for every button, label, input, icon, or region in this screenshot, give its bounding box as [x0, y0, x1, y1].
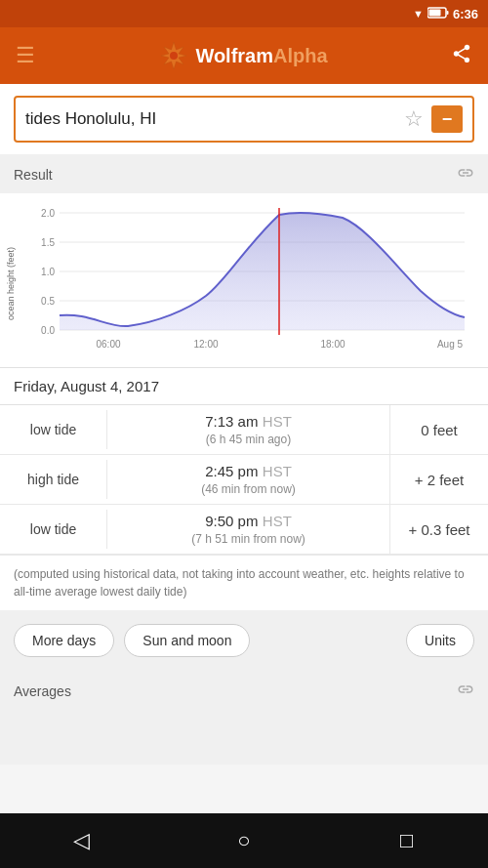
svg-text:Aug 5: Aug 5	[437, 339, 464, 350]
tide-time-sub-3: (7 h 51 min from now)	[121, 532, 376, 546]
back-button[interactable]: ◁	[52, 821, 110, 860]
tide-chart: ocean height (feet) 2.0 1.5 1.0 0.5 0.0	[0, 193, 488, 367]
result-title: Result	[14, 167, 53, 183]
app-name-wolfram: Wolfram	[195, 45, 273, 66]
content-area: Result ocean height (feet) 2.0 1	[0, 154, 488, 765]
tide-time-1: 7:13 am HST (6 h 45 min ago)	[107, 405, 390, 454]
tide-time-sub-2: (46 min from now)	[121, 482, 376, 496]
tide-value-2: + 2 feet	[390, 460, 488, 500]
home-button[interactable]: ○	[215, 821, 273, 860]
svg-text:0.5: 0.5	[41, 296, 55, 307]
search-box: ☆ −	[14, 96, 474, 143]
tide-value-3: + 0.3 feet	[390, 510, 488, 550]
table-row: low tide 7:13 am HST (6 h 45 min ago) 0 …	[0, 405, 488, 455]
svg-text:1.5: 1.5	[41, 237, 55, 248]
tide-notes: (computed using historical data, not tak…	[0, 555, 488, 610]
svg-text:0.0: 0.0	[41, 325, 55, 336]
units-button[interactable]: Units	[406, 624, 474, 657]
svg-rect-1	[446, 11, 448, 15]
share-icon[interactable]	[451, 43, 472, 69]
tide-time-main-1: 7:13 am HST	[121, 413, 376, 431]
svg-text:1.0: 1.0	[41, 267, 55, 277]
result-link-icon[interactable]	[457, 164, 474, 186]
battery-icon	[427, 7, 449, 21]
menu-icon[interactable]: ☰	[16, 43, 35, 68]
averages-link-icon[interactable]	[457, 681, 474, 702]
averages-title: Averages	[14, 683, 71, 699]
action-buttons: More days Sun and moon Units	[0, 610, 488, 671]
svg-text:12:00: 12:00	[193, 339, 218, 350]
tide-value-1: 0 feet	[390, 410, 488, 450]
wolfram-logo-icon	[158, 40, 189, 71]
search-container: ☆ −	[0, 84, 488, 154]
status-bar: ▼ 6:36	[0, 0, 488, 27]
svg-text:18:00: 18:00	[320, 339, 345, 350]
recent-apps-button[interactable]: □	[378, 821, 436, 860]
app-header: ☰ WolframAlpha	[0, 27, 488, 84]
tide-time-main-2: 2:45 pm HST	[121, 463, 376, 480]
svg-point-4	[170, 52, 178, 60]
app-name: WolframAlpha	[195, 45, 327, 67]
result-section-header: Result	[0, 154, 488, 193]
more-days-button[interactable]: More days	[14, 624, 114, 657]
svg-text:06:00: 06:00	[96, 339, 120, 350]
table-row: low tide 9:50 pm HST (7 h 51 min from no…	[0, 505, 488, 555]
app-logo: WolframAlpha	[158, 40, 327, 71]
svg-rect-2	[428, 10, 440, 17]
sun-moon-button[interactable]: Sun and moon	[124, 624, 250, 657]
tide-time-sub-1: (6 h 45 min ago)	[121, 433, 376, 446]
tide-time-2: 2:45 pm HST (46 min from now)	[107, 455, 390, 504]
tide-type-3: low tide	[0, 510, 107, 549]
table-row: high tide 2:45 pm HST (46 min from now) …	[0, 455, 488, 505]
tide-time-3: 9:50 pm HST (7 h 51 min from now)	[107, 505, 390, 554]
y-axis-label: ocean height (feet)	[4, 203, 18, 363]
tide-time-main-3: 9:50 pm HST	[121, 513, 376, 530]
favorite-icon[interactable]: ☆	[404, 106, 424, 132]
clear-search-button[interactable]: −	[431, 105, 463, 133]
bottom-navigation: ◁ ○ □	[0, 813, 488, 868]
status-time: 6:36	[453, 7, 478, 21]
tide-type-2: high tide	[0, 460, 107, 499]
tide-date: Friday, August 4, 2017	[0, 368, 488, 405]
chart-svg: 2.0 1.5 1.0 0.5 0.0	[18, 203, 482, 359]
search-input[interactable]	[25, 109, 404, 129]
signal-icon: ▼	[413, 8, 424, 20]
chart-inner: 2.0 1.5 1.0 0.5 0.0	[18, 203, 482, 363]
svg-text:2.0: 2.0	[41, 208, 55, 219]
status-icons: ▼ 6:36	[413, 7, 478, 21]
tide-table: Friday, August 4, 2017 low tide 7:13 am …	[0, 367, 488, 610]
tide-type-1: low tide	[0, 410, 107, 449]
app-name-alpha: Alpha	[273, 45, 328, 66]
averages-section-header: Averages	[0, 671, 488, 710]
